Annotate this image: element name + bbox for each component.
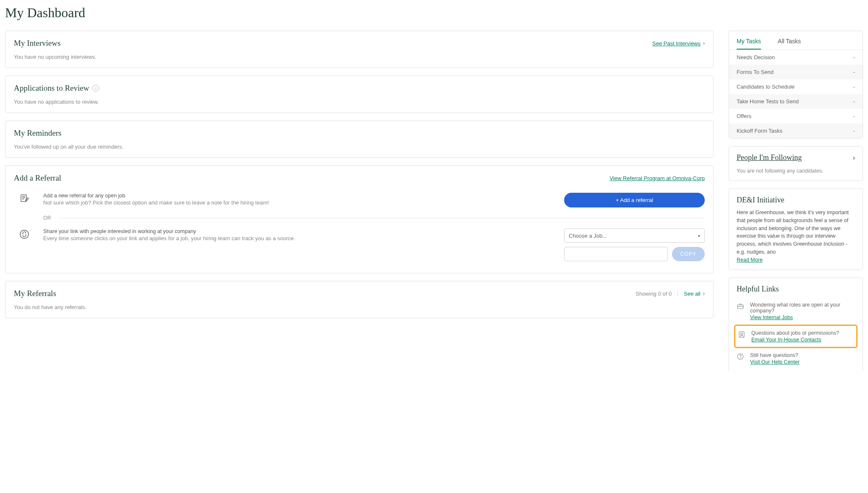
choose-job-placeholder: Choose a Job... <box>569 233 607 239</box>
interviews-card: My Interviews See Past Interviews › You … <box>5 31 714 68</box>
view-internal-jobs-link[interactable]: View Internal Jobs <box>750 315 793 320</box>
my-referrals-card: My Referrals Showing 0 of 0 See all › Yo… <box>5 281 714 318</box>
reminders-card: My Reminders You've followed up on all y… <box>5 121 714 158</box>
briefcase-icon <box>737 302 745 311</box>
task-row[interactable]: Kickoff Form Tasks - <box>729 123 863 138</box>
add-referral-button[interactable]: + Add a referral <box>564 193 705 207</box>
following-title[interactable]: People I'm Following <box>737 153 802 162</box>
referral-program-link[interactable]: View Referral Program at Omniva-Corp <box>609 175 705 181</box>
following-card: People I'm Following › You are not follo… <box>729 146 863 181</box>
tasks-card: My Tasks All Tasks Needs Decision - Form… <box>729 31 863 139</box>
task-row[interactable]: Candidates to Schedule - <box>729 79 863 94</box>
contact-card-icon <box>738 330 746 339</box>
task-row[interactable]: Take Home Tests to Send - <box>729 94 863 109</box>
showing-count: Showing 0 of 0 <box>635 291 672 297</box>
permissions-question: Questions about jobs or permissions? <box>751 330 854 336</box>
see-all-referrals-link[interactable]: See all › <box>684 291 705 297</box>
see-all-label: See all <box>684 291 701 297</box>
referral-share-head: Share your link with people interested i… <box>43 228 556 234</box>
dei-title: DE&I Initiative <box>737 196 855 205</box>
read-more-link[interactable]: Read More <box>737 257 763 263</box>
task-label: Needs Decision <box>737 54 775 60</box>
task-row[interactable]: Needs Decision - <box>729 50 863 65</box>
helpful-link-still: Still have questions? Visit Our Help Cen… <box>737 348 855 369</box>
helpful-links-card: Helpful Links Wondering what roles are o… <box>729 278 863 371</box>
applications-title: Applications to Review i <box>14 84 99 93</box>
svg-point-8 <box>741 333 743 335</box>
tab-all-tasks[interactable]: All Tasks <box>778 38 801 50</box>
task-value: - <box>853 54 855 60</box>
highlighted-help-link: Questions about jobs or permissions? Ema… <box>734 325 858 348</box>
reminders-empty: You've followed up on all your due remin… <box>14 144 705 150</box>
task-value: - <box>853 98 855 105</box>
svg-rect-5 <box>737 305 743 309</box>
help-center-link[interactable]: Visit Our Help Center <box>750 359 800 365</box>
helpful-links-title: Helpful Links <box>737 285 855 294</box>
divider <box>677 290 678 297</box>
chevron-right-icon[interactable]: › <box>853 154 855 162</box>
task-label: Kickoff Form Tasks <box>737 128 782 134</box>
see-past-interviews-link[interactable]: See Past Interviews › <box>652 40 705 47</box>
task-value: - <box>853 84 855 90</box>
tab-my-tasks[interactable]: My Tasks <box>737 38 761 50</box>
referral-share-body: Every time someone clicks on your link a… <box>43 235 556 241</box>
copy-button[interactable]: COPY <box>672 247 705 261</box>
referral-title: Add a Referral <box>14 173 61 183</box>
task-value: - <box>853 128 855 134</box>
info-icon[interactable]: i <box>92 85 99 92</box>
task-row[interactable]: Forms To Send - <box>729 65 863 79</box>
task-value: - <box>853 69 855 75</box>
dei-body: Here at Greenhouse, we think it's very i… <box>737 209 855 256</box>
chevron-right-icon: › <box>703 40 705 46</box>
choose-job-select[interactable]: Choose a Job... ▾ <box>564 228 705 243</box>
referral-card: Add a Referral View Referral Program at … <box>5 165 714 273</box>
see-past-interviews-label: See Past Interviews <box>652 40 701 47</box>
caret-down-icon: ▾ <box>698 233 700 238</box>
my-referrals-title: My Referrals <box>14 289 56 298</box>
edit-document-icon <box>14 193 35 204</box>
my-referrals-empty: You do not have any referrals. <box>14 304 705 310</box>
helpful-link-roles: Wondering what roles are open at your co… <box>737 298 855 325</box>
or-label: OR <box>43 215 51 221</box>
referral-add-body: Not sure which job? Pick the closest opt… <box>43 199 556 206</box>
roles-question: Wondering what roles are open at your co… <box>750 302 855 314</box>
dei-card: DE&I Initiative Here at Greenhouse, we t… <box>729 189 863 270</box>
following-empty: You are not following any candidates. <box>737 168 855 174</box>
svg-rect-7 <box>739 332 744 338</box>
task-label: Take Home Tests to Send <box>737 98 799 105</box>
divider <box>59 218 705 218</box>
applications-title-text: Applications to Review <box>14 84 89 93</box>
task-label: Offers <box>737 113 751 119</box>
email-contacts-link[interactable]: Email Your In-House Contacts <box>751 337 821 343</box>
link-icon <box>14 228 35 239</box>
share-link-input[interactable] <box>564 247 668 261</box>
task-label: Forms To Send <box>737 69 774 75</box>
chevron-right-icon: › <box>703 291 705 296</box>
applications-empty: You have no applications to review. <box>14 99 705 105</box>
task-row[interactable]: Offers - <box>729 109 863 123</box>
task-label: Candidates to Schedule <box>737 84 795 90</box>
interviews-empty: You have no upcoming interviews. <box>14 54 705 60</box>
question-icon <box>737 352 745 362</box>
still-question: Still have questions? <box>750 352 855 358</box>
reminders-title: My Reminders <box>14 128 61 138</box>
helpful-link-permissions: Questions about jobs or permissions? Ema… <box>737 328 855 344</box>
interviews-title: My Interviews <box>14 39 60 48</box>
svg-point-12 <box>740 358 741 358</box>
page-title: My Dashboard <box>5 5 863 21</box>
applications-card: Applications to Review i You have no app… <box>5 76 714 113</box>
task-value: - <box>853 113 855 119</box>
referral-add-head: Add a new referral for any open job <box>43 193 556 199</box>
